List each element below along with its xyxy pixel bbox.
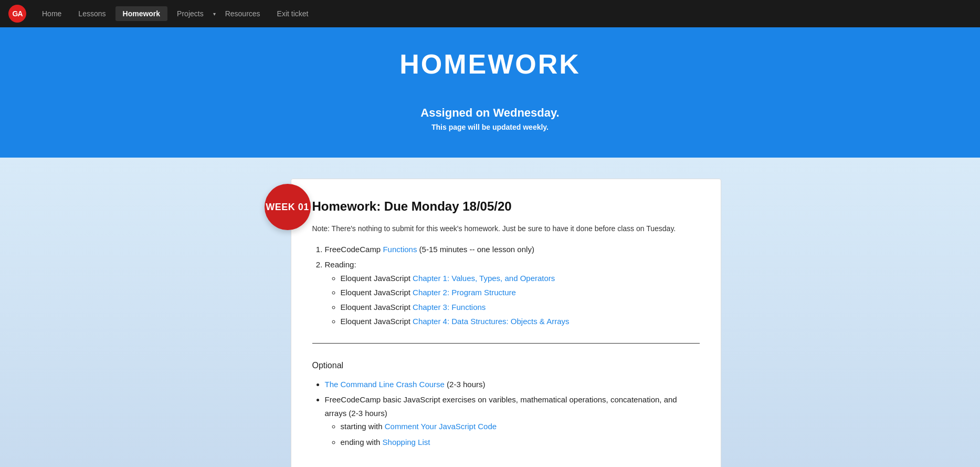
nav-lessons[interactable]: Lessons [71,6,113,21]
freecodecamp-basic-text: FreeCodeCamp basic JavaScript exercises … [325,395,677,418]
ejs-prefix-1: Eloquent JavaScript [341,274,413,283]
hw-card-heading: Homework: Due Monday 18/05/20 [312,196,700,217]
ejs-prefix-3: Eloquent JavaScript [341,303,413,312]
ending-with-label: ending with [341,438,383,447]
optional-list: The Command Line Crash Course (2-3 hours… [312,378,700,449]
navbar: GA Home Lessons Homework Projects ▾ Reso… [0,0,980,27]
comment-js-link[interactable]: Comment Your JavaScript Code [385,422,497,431]
nav-resources[interactable]: Resources [218,6,268,21]
week-badge: WEEK 01 [265,184,311,230]
chapter3-link[interactable]: Chapter 3: Functions [413,303,486,312]
hero-note: This page will be updated weekly. [10,123,970,131]
functions-link[interactable]: Functions [383,245,417,254]
reading-sublist: Eloquent JavaScript Chapter 1: Values, T… [325,272,700,328]
chapter1-link[interactable]: Chapter 1: Values, Types, and Operators [413,274,555,283]
functions-suffix: (5-15 minutes -- one lesson only) [417,245,534,254]
nav-homework[interactable]: Homework [115,6,168,21]
reading-item-4: Eloquent JavaScript Chapter 4: Data Stru… [341,315,700,328]
nav-projects[interactable]: Projects [170,6,211,21]
chapter2-link[interactable]: Chapter 2: Program Structure [413,288,516,297]
optional-item-2: FreeCodeCamp basic JavaScript exercises … [325,393,700,449]
optional-sublist: starting with Comment Your JavaScript Co… [325,420,700,449]
nav-exit-ticket[interactable]: Exit ticket [270,6,316,21]
divider [312,343,700,344]
reading-item-3: Eloquent JavaScript Chapter 3: Functions [341,300,700,314]
optional-sub-2: ending with Shopping List [341,435,700,449]
ejs-prefix-4: Eloquent JavaScript [341,317,413,326]
freecodecamp-prefix: FreeCodeCamp [325,245,383,254]
chapter4-link[interactable]: Chapter 4: Data Structures: Objects & Ar… [413,317,569,326]
reading-label: Reading: [325,260,356,269]
hw-main-list: FreeCodeCamp Functions (5-15 minutes -- … [312,243,700,328]
ga-logo[interactable]: GA [8,5,26,23]
nav-home[interactable]: Home [35,6,69,21]
reading-item-1: Eloquent JavaScript Chapter 1: Values, T… [341,272,700,285]
projects-dropdown-arrow: ▾ [213,11,216,17]
hero-subtitle: Assigned on Wednesday. [10,106,970,120]
nav-projects-wrapper[interactable]: Projects ▾ [170,6,216,21]
hero-title: HOMEWORK [10,48,970,80]
optional-heading: Optional [312,358,700,372]
homework-card: Homework: Due Monday 18/05/20 Note: Ther… [291,179,721,467]
hw-card-note: Note: There's nothing to submit for this… [312,223,700,235]
hero-section: HOMEWORK Assigned on Wednesday. This pag… [0,27,980,158]
command-line-link[interactable]: The Command Line Crash Course [325,380,445,389]
optional-item-1: The Command Line Crash Course (2-3 hours… [325,378,700,391]
shopping-list-link[interactable]: Shopping List [383,438,430,447]
reading-item-2: Eloquent JavaScript Chapter 2: Program S… [341,286,700,299]
starting-with-label: starting with [341,422,385,431]
list-item-1: FreeCodeCamp Functions (5-15 minutes -- … [325,243,700,256]
content-area: WEEK 01 Homework: Due Monday 18/05/20 No… [0,158,980,467]
optional-sub-1: starting with Comment Your JavaScript Co… [341,420,700,433]
ejs-prefix-2: Eloquent JavaScript [341,288,413,297]
list-item-2: Reading: Eloquent JavaScript Chapter 1: … [325,258,700,328]
cmd-suffix: (2-3 hours) [445,380,486,389]
